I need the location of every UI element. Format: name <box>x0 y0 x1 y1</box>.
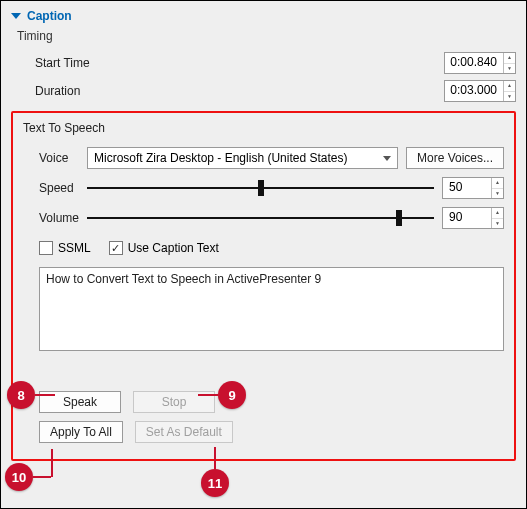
spinner-icon[interactable]: ▲▼ <box>491 208 503 228</box>
volume-slider[interactable] <box>87 209 434 227</box>
checkbox-icon <box>109 241 123 255</box>
volume-input[interactable]: 90 ▲▼ <box>442 207 504 229</box>
speak-button[interactable]: Speak <box>39 391 121 413</box>
section-caption-header[interactable]: Caption <box>11 7 516 27</box>
ssml-checkbox[interactable]: SSML <box>39 241 91 255</box>
tts-title: Text To Speech <box>23 121 504 143</box>
duration-value: 0:03.000 <box>445 81 503 101</box>
tts-text-input[interactable]: How to Convert Text to Speech in ActiveP… <box>39 267 504 351</box>
more-voices-button[interactable]: More Voices... <box>406 147 504 169</box>
speed-slider[interactable] <box>87 179 434 197</box>
chevron-down-icon <box>11 13 21 19</box>
spinner-icon[interactable]: ▲▼ <box>503 81 515 101</box>
timing-title: Timing <box>11 27 516 49</box>
checkbox-icon <box>39 241 53 255</box>
section-caption-label: Caption <box>27 9 72 23</box>
callout-11: 11 <box>201 469 229 497</box>
spinner-icon[interactable]: ▲▼ <box>491 178 503 198</box>
speed-input[interactable]: 50 ▲▼ <box>442 177 504 199</box>
start-time-label: Start Time <box>11 56 91 70</box>
stop-button[interactable]: Stop <box>133 391 215 413</box>
chevron-down-icon <box>383 156 391 161</box>
tts-highlight-box: Text To Speech Voice Microsoft Zira Desk… <box>11 111 516 461</box>
duration-input[interactable]: 0:03.000 ▲▼ <box>444 80 516 102</box>
tts-text-value: How to Convert Text to Speech in ActiveP… <box>46 272 321 286</box>
spinner-icon[interactable]: ▲▼ <box>503 53 515 73</box>
speed-label: Speed <box>23 181 79 195</box>
ssml-label: SSML <box>58 241 91 255</box>
use-caption-label: Use Caption Text <box>128 241 219 255</box>
volume-value: 90 <box>443 208 491 228</box>
start-time-value: 0:00.840 <box>445 53 503 73</box>
duration-label: Duration <box>11 84 91 98</box>
start-time-input[interactable]: 0:00.840 ▲▼ <box>444 52 516 74</box>
slider-knob[interactable] <box>396 210 402 226</box>
slider-knob[interactable] <box>258 180 264 196</box>
set-as-default-button[interactable]: Set As Default <box>135 421 233 443</box>
use-caption-checkbox[interactable]: Use Caption Text <box>109 241 219 255</box>
speed-value: 50 <box>443 178 491 198</box>
volume-label: Volume <box>23 211 79 225</box>
voice-label: Voice <box>23 151 79 165</box>
voice-select[interactable]: Microsoft Zira Desktop - English (United… <box>87 147 398 169</box>
voice-value: Microsoft Zira Desktop - English (United… <box>94 151 347 165</box>
callout-10: 10 <box>5 463 33 491</box>
apply-to-all-button[interactable]: Apply To All <box>39 421 123 443</box>
